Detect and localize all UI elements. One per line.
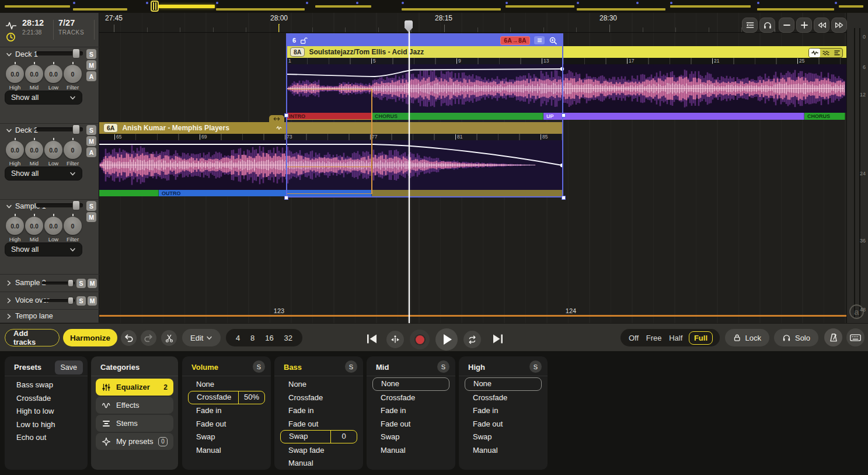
jump-to-playhead-button[interactable] bbox=[386, 331, 404, 348]
keyboard-shortcuts-button[interactable] bbox=[846, 328, 864, 346]
undo-button[interactable] bbox=[121, 330, 137, 346]
eq-option-fade-in[interactable]: Fade in bbox=[280, 404, 357, 417]
add-tracks-button[interactable]: Add tracks bbox=[5, 329, 60, 346]
column-solo-button[interactable]: S bbox=[437, 360, 449, 373]
time-ruler[interactable]: 27:4528:0028:1528:30 bbox=[99, 13, 846, 33]
solo-button[interactable]: S bbox=[86, 201, 96, 211]
overview-track-segment[interactable] bbox=[402, 8, 501, 11]
lock-button[interactable]: Lock bbox=[725, 329, 769, 346]
cue-headphones-button[interactable] bbox=[759, 18, 775, 33]
bar-length-8[interactable]: 8 bbox=[250, 334, 255, 342]
bar-length-32[interactable]: 32 bbox=[284, 334, 292, 342]
mid-knob[interactable]: 0.0Mid bbox=[25, 62, 44, 91]
song-section-chorus[interactable]: CHORUS bbox=[804, 113, 845, 120]
overview-track-segment[interactable] bbox=[216, 8, 305, 11]
low-knob[interactable]: 0.0Low bbox=[44, 214, 63, 242]
filter-knob[interactable]: 0Filter bbox=[63, 62, 82, 91]
column-solo-button[interactable]: S bbox=[345, 360, 357, 373]
preset-item[interactable]: Crossfade bbox=[16, 394, 51, 404]
eq-option-swap[interactable]: Swap bbox=[372, 430, 449, 443]
eq-option-crossfade[interactable]: Crossfade50% bbox=[188, 391, 265, 404]
eq-option-none[interactable]: None bbox=[280, 377, 357, 391]
metronome-button[interactable] bbox=[824, 328, 842, 346]
harmonize-button[interactable]: Harmonize bbox=[63, 329, 117, 346]
channel-volume-slider[interactable] bbox=[36, 51, 83, 56]
high-knob[interactable]: 0.0High bbox=[5, 62, 25, 91]
transition-selection[interactable]: 66A→8A bbox=[286, 33, 563, 197]
tempo-mode-off[interactable]: Off bbox=[628, 332, 640, 344]
slider-thumb[interactable] bbox=[68, 279, 74, 287]
overview-track-segment[interactable] bbox=[5, 5, 70, 8]
chevron-right-icon[interactable] bbox=[6, 280, 12, 286]
eq-option-crossfade[interactable]: Crossfade bbox=[465, 391, 542, 404]
track-move-tab[interactable] bbox=[269, 115, 284, 122]
eq-option-manual[interactable]: Manual bbox=[465, 443, 542, 457]
tempo-mode-free[interactable]: Free bbox=[645, 332, 663, 344]
high-knob[interactable]: 0.0High bbox=[5, 138, 25, 167]
overview-track-segment[interactable] bbox=[577, 8, 665, 11]
eq-option-crossfade[interactable]: Crossfade bbox=[280, 391, 357, 404]
transition-list-button[interactable] bbox=[534, 36, 545, 44]
solo-button[interactable]: S bbox=[76, 279, 86, 288]
eq-option-fade-in[interactable]: Fade in bbox=[465, 404, 542, 417]
song-section-segment[interactable] bbox=[99, 190, 159, 196]
selection-handle[interactable] bbox=[562, 196, 566, 200]
eq-option-swap[interactable]: Swap bbox=[465, 430, 542, 443]
save-preset-button[interactable]: Save bbox=[55, 360, 83, 375]
slider-thumb[interactable] bbox=[72, 124, 80, 134]
jump-forward-button[interactable] bbox=[831, 18, 847, 33]
eq-option-fade-in[interactable]: Fade in bbox=[372, 404, 449, 417]
loop-button[interactable] bbox=[463, 331, 481, 348]
preset-item[interactable]: Low to high bbox=[16, 420, 55, 431]
zoom-in-button[interactable] bbox=[796, 18, 812, 33]
low-knob[interactable]: 0.0Low bbox=[44, 138, 63, 167]
solo-button[interactable]: S bbox=[76, 296, 86, 306]
column-solo-button[interactable]: S bbox=[529, 360, 542, 373]
eq-option-none[interactable]: None bbox=[465, 377, 542, 391]
show-all-dropdown[interactable]: Show all bbox=[5, 91, 82, 105]
channel-volume-slider[interactable] bbox=[42, 282, 75, 285]
selection-handle[interactable] bbox=[562, 113, 566, 117]
bar-length-4[interactable]: 4 bbox=[236, 334, 240, 342]
eq-option-manual[interactable]: Manual bbox=[372, 443, 449, 457]
chevron-down-icon[interactable] bbox=[6, 203, 12, 210]
snap-lines-button[interactable] bbox=[742, 18, 758, 33]
category-item-my-presets[interactable]: My presets0 bbox=[96, 433, 173, 450]
preset-item[interactable]: Bass swap bbox=[16, 380, 53, 391]
chevron-down-icon[interactable] bbox=[6, 51, 12, 58]
overview-track-segment[interactable] bbox=[670, 5, 751, 8]
low-knob[interactable]: 0.0Low bbox=[44, 62, 63, 91]
mute-button[interactable]: M bbox=[88, 296, 97, 306]
waveform-view-toggle[interactable] bbox=[809, 48, 820, 57]
redo-button[interactable] bbox=[141, 330, 156, 346]
slider-thumb[interactable] bbox=[72, 200, 80, 210]
overview-track-segment[interactable] bbox=[315, 5, 371, 8]
overview-playhead-handle[interactable] bbox=[151, 1, 159, 12]
overview-track-segment[interactable] bbox=[839, 5, 863, 8]
tempo-mode-half[interactable]: Half bbox=[668, 332, 684, 344]
tempo-mode-full[interactable]: Full bbox=[689, 331, 713, 345]
auto-button[interactable]: A bbox=[86, 147, 96, 157]
channel-volume-slider[interactable] bbox=[36, 203, 83, 207]
overview-minimap[interactable] bbox=[0, 0, 868, 13]
tempo-lane-line[interactable] bbox=[99, 315, 846, 317]
play-button[interactable] bbox=[435, 328, 458, 351]
show-all-dropdown[interactable]: Show all bbox=[5, 167, 82, 181]
overview-track-segment[interactable] bbox=[506, 5, 574, 8]
eq-option-crossfade[interactable]: Crossfade bbox=[372, 391, 449, 404]
mid-knob[interactable]: 0.0Mid bbox=[25, 214, 44, 242]
category-item-stems[interactable]: Stems bbox=[96, 415, 173, 432]
slider-thumb[interactable] bbox=[68, 297, 74, 304]
eq-option-swap-fade[interactable]: Swap fade bbox=[280, 443, 357, 457]
edit-menu-button[interactable]: Edit bbox=[182, 329, 221, 346]
filter-knob[interactable]: 0Filter bbox=[63, 214, 82, 242]
channel-volume-slider[interactable] bbox=[42, 299, 75, 302]
stems-view-toggle[interactable] bbox=[820, 48, 831, 57]
preset-item[interactable]: Echo out bbox=[16, 433, 46, 443]
timeline-canvas[interactable]: 27:4528:0028:1528:30 8ASoulstatejazz/Tom… bbox=[99, 13, 846, 323]
eq-option-swap[interactable]: Swap0 bbox=[280, 430, 357, 443]
zoom-out-button[interactable] bbox=[779, 18, 794, 33]
show-all-dropdown[interactable]: Show all bbox=[5, 242, 82, 256]
solo-button[interactable]: S bbox=[86, 49, 96, 59]
eq-option-fade-out[interactable]: Fade out bbox=[465, 417, 542, 431]
